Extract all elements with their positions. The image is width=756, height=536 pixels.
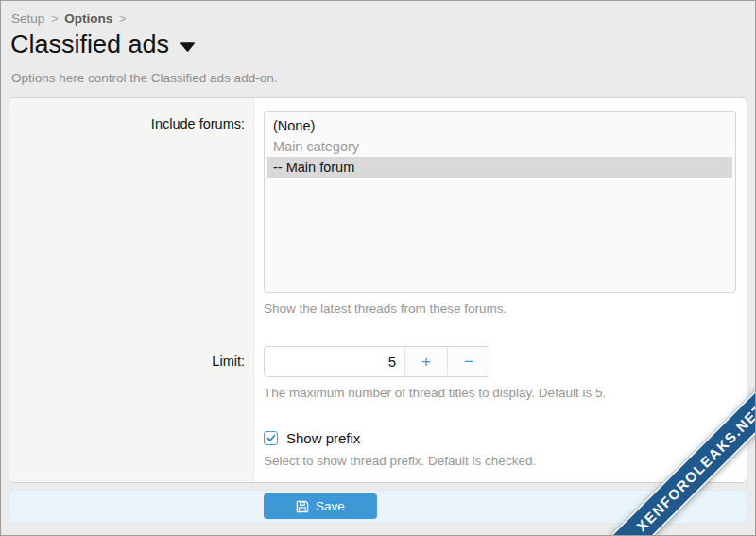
breadcrumb-separator: > [51, 12, 58, 26]
title-dropdown-caret-icon[interactable] [180, 42, 196, 52]
limit-label: Limit: [9, 346, 255, 400]
show-prefix-option[interactable]: Show prefix [264, 430, 360, 446]
include-forums-select[interactable]: (None) Main category -- Main forum [264, 111, 736, 293]
limit-hint: The maximum number of thread titles to d… [264, 386, 736, 400]
options-form-panel: Include forums: (None) Main category -- … [9, 97, 747, 483]
include-forums-row: Include forums: (None) Main category -- … [9, 98, 747, 316]
save-button[interactable]: Save [264, 493, 377, 519]
page-title-text: Classified ads [10, 30, 169, 60]
include-forums-label: Include forums: [9, 111, 255, 316]
select-option-none[interactable]: (None) [267, 115, 732, 136]
page-description: Options here control the Classified ads … [11, 71, 277, 85]
show-prefix-label: Show prefix [286, 430, 360, 446]
decrement-button[interactable]: − [447, 347, 490, 376]
show-prefix-checkbox[interactable] [264, 431, 278, 445]
increment-button[interactable]: + [404, 347, 447, 376]
breadcrumb-item-options[interactable]: Options [64, 11, 112, 26]
save-icon [296, 500, 309, 513]
limit-row: Limit: + − The maximum number of thread … [9, 346, 747, 400]
checkmark-icon [266, 434, 276, 442]
select-option-main-forum[interactable]: -- Main forum [267, 157, 732, 178]
limit-spinner: + − [264, 346, 490, 377]
breadcrumb-item-setup[interactable]: Setup [11, 11, 44, 26]
save-button-label: Save [316, 499, 345, 513]
page-title: Classified ads [10, 30, 196, 60]
include-forums-hint: Show the latest threads from these forum… [264, 302, 736, 316]
select-option-main-category[interactable]: Main category [267, 136, 732, 157]
show-prefix-row: Show prefix Select to show thread prefix… [9, 430, 747, 468]
breadcrumb-separator: > [119, 12, 126, 26]
limit-input[interactable] [265, 347, 404, 376]
breadcrumb: Setup > Options > [11, 11, 126, 26]
show-prefix-hint: Select to show thread prefix. Default is… [264, 454, 736, 468]
